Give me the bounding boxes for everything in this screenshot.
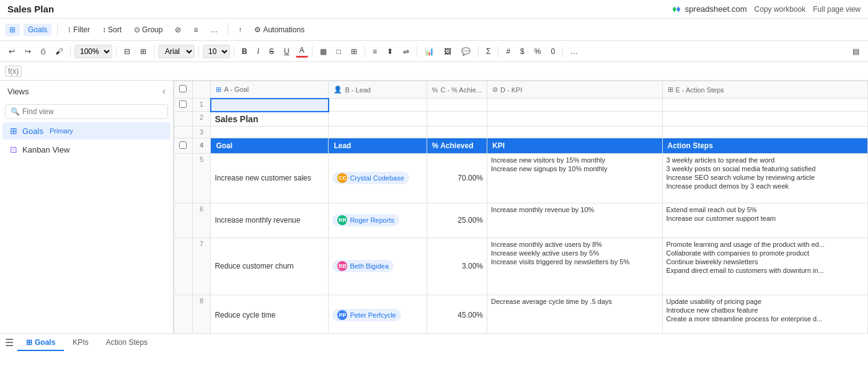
cell-6-actions[interactable]: Extend email reach out by 5% Increase ou…: [662, 203, 867, 238]
print-btn[interactable]: ⎙: [37, 46, 49, 57]
cell-5-goal[interactable]: Increase new customer sales: [211, 153, 329, 203]
cell-6-kpi[interactable]: Increase monthly revenue by 10%: [487, 203, 663, 238]
cell-2-e[interactable]: [662, 112, 867, 127]
hash-btn[interactable]: #: [502, 46, 514, 57]
cell-3-e[interactable]: [662, 126, 867, 138]
row4-checkbox[interactable]: [179, 141, 187, 149]
bold-btn[interactable]: B: [238, 46, 251, 57]
filter-btn[interactable]: ⫶ Filter: [63, 24, 94, 36]
cell-6-goal[interactable]: Increase monthly revenue: [211, 203, 329, 238]
zoom-select[interactable]: 100%: [74, 45, 112, 58]
cell-5-actions[interactable]: 3 weekly articles to spread the word 3 w…: [662, 153, 867, 203]
font-select[interactable]: Arial: [158, 45, 195, 58]
row-num-5: 5: [192, 153, 210, 203]
tab-action-steps[interactable]: Action Steps: [97, 335, 156, 351]
cell-5-kpi[interactable]: Increase new visitors by 15% monthly Inc…: [487, 153, 663, 203]
row-height-btn[interactable]: ≡: [189, 24, 202, 36]
goal-5-text: Increase new customer sales: [215, 174, 311, 182]
cell-1-a[interactable]: [211, 99, 329, 112]
cell-3-c[interactable]: [427, 126, 487, 138]
sidebar-search-box[interactable]: 🔍: [5, 104, 168, 119]
cell-bg-btn[interactable]: ▦: [316, 46, 330, 57]
group-btn[interactable]: ⊙ Group: [130, 24, 167, 36]
cell-8-goal[interactable]: Reduce cycle time: [211, 295, 329, 333]
cell-8-achieved[interactable]: 45.00%: [427, 295, 487, 333]
sidebar-collapse-icon[interactable]: ‹: [162, 86, 166, 97]
formula-input[interactable]: [25, 67, 863, 76]
sidebar-item-kanban[interactable]: ⊡ Kanban View: [2, 141, 170, 158]
cell-8-kpi[interactable]: Decrease average cycle time by .5 days: [487, 295, 663, 333]
cell-6-lead[interactable]: RR Roger Reports: [329, 203, 427, 238]
fmt-merge-rows-btn[interactable]: ⊟: [120, 46, 134, 57]
cell-2-c[interactable]: [427, 112, 487, 127]
cell-7-actions[interactable]: Promote learning and usage of the produc…: [662, 238, 867, 295]
undo-btn[interactable]: ↩: [5, 46, 19, 57]
row1-checkbox[interactable]: [179, 100, 187, 108]
redo-btn[interactable]: ↪: [21, 46, 35, 57]
cell-2-d[interactable]: [487, 112, 663, 127]
cell-1-b[interactable]: [329, 99, 427, 112]
hamburger-menu-icon[interactable]: ☰: [5, 337, 14, 349]
strike-btn[interactable]: S: [265, 46, 278, 57]
cell-2-a[interactable]: Sales Plan: [211, 112, 329, 127]
zero-btn[interactable]: 0: [547, 46, 559, 57]
cell-3-d[interactable]: [487, 126, 663, 138]
col-c-label: C - % Achie...: [440, 86, 482, 94]
comment-btn[interactable]: 💬: [458, 46, 474, 57]
text-color-btn[interactable]: A: [296, 45, 308, 58]
italic-btn[interactable]: I: [254, 46, 263, 57]
row-num-header: [192, 81, 210, 99]
col-d-label: D - KPI: [500, 86, 522, 94]
font-size-select[interactable]: 10: [203, 45, 230, 58]
hide-btn[interactable]: ⊘: [170, 24, 185, 36]
image-btn[interactable]: 🖼: [440, 46, 455, 57]
more-format-btn[interactable]: …: [567, 46, 582, 57]
sheet-table-wrap[interactable]: ⊞ A - Goal 👤 B - Lead %: [174, 81, 868, 333]
fmt-sep11: [562, 46, 563, 57]
search-input[interactable]: [22, 107, 162, 116]
sort-btn[interactable]: ↕ Sort: [98, 24, 126, 36]
cell-7-lead[interactable]: BB Beth Bigidea: [329, 238, 427, 295]
percent-btn[interactable]: %: [531, 46, 545, 57]
paint-btn[interactable]: 🖌: [51, 46, 66, 57]
cell-8-actions[interactable]: Update usability of pricing page Introdu…: [662, 295, 867, 333]
kpi-8-item-1: Decrease average cycle time by .5 days: [491, 297, 658, 306]
more-btn[interactable]: …: [206, 24, 222, 36]
dollar-btn[interactable]: $: [516, 46, 528, 57]
sidebar-item-goals[interactable]: ⊞ Goals Primary: [2, 122, 170, 140]
grid-view-btn[interactable]: ⊞: [5, 24, 20, 36]
wrap-btn[interactable]: ⇌: [399, 46, 413, 57]
tab-kpis[interactable]: KPIs: [64, 335, 97, 351]
fmt-merge-cols-btn[interactable]: ⊞: [136, 46, 150, 57]
cell-5-achieved[interactable]: 70.00%: [427, 153, 487, 203]
sidebar-toggle-btn[interactable]: ▤: [849, 46, 863, 57]
cell-3-b[interactable]: [329, 126, 427, 138]
full-page-view-btn[interactable]: Full page view: [813, 5, 861, 14]
tab-goals[interactable]: ⊞ Goals: [17, 335, 64, 351]
chart-btn[interactable]: 📊: [421, 46, 438, 57]
cell-1-d[interactable]: [487, 99, 663, 112]
share-btn[interactable]: ↑: [234, 24, 246, 36]
align-v-btn[interactable]: ⬍: [383, 46, 397, 57]
copy-workbook-btn[interactable]: Copy workbook: [755, 5, 806, 14]
merge-btn[interactable]: ⊞: [347, 46, 361, 57]
align-h-btn[interactable]: ≡: [369, 46, 381, 57]
cell-2-b[interactable]: [329, 112, 427, 127]
goals-tab-btn[interactable]: Goals: [24, 24, 51, 36]
cell-5-lead[interactable]: CC Crystal Codebase: [329, 153, 427, 203]
sum-btn[interactable]: Σ: [482, 46, 494, 57]
row-corner-1: [174, 99, 193, 112]
border-btn[interactable]: □: [333, 46, 345, 57]
cell-7-kpi[interactable]: Increase monthly active users by 8% Incr…: [487, 238, 663, 295]
select-all-checkbox[interactable]: [179, 85, 187, 92]
automations-btn[interactable]: ⚙ Automations: [250, 24, 309, 36]
row-num-4: 4: [192, 138, 210, 153]
cell-8-lead[interactable]: PP Peter Perfcycle: [329, 295, 427, 333]
cell-3-a[interactable]: [211, 126, 329, 138]
cell-7-achieved[interactable]: 3.00%: [427, 238, 487, 295]
cell-1-c[interactable]: [427, 99, 487, 112]
cell-7-goal[interactable]: Reduce customer churn: [211, 238, 329, 295]
cell-1-e[interactable]: [662, 99, 867, 112]
cell-6-achieved[interactable]: 25.00%: [427, 203, 487, 238]
underline-btn[interactable]: U: [280, 46, 293, 57]
